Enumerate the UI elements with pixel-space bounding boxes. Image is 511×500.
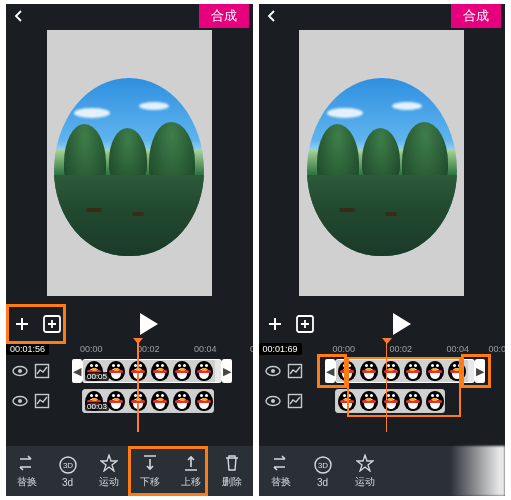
back-icon[interactable] (10, 7, 28, 25)
fade-overlay (450, 446, 505, 496)
back-icon[interactable] (263, 7, 281, 25)
clip-handle-left[interactable]: ◀ (72, 359, 82, 383)
keyframe-icon[interactable] (287, 363, 303, 379)
svg-point-5 (18, 399, 22, 403)
compose-button[interactable]: 合成 (451, 4, 501, 28)
clip-handle-right[interactable]: ▶ (475, 359, 485, 383)
tool-delete[interactable]: 删除 (214, 453, 250, 489)
visibility-icon[interactable] (265, 393, 281, 409)
track-row-1: ◀ 00:05 ▶ (6, 358, 253, 384)
bottom-toolbar: 替换 3D 3d 运动 下移 上移 删除 (6, 446, 253, 496)
visibility-icon[interactable] (12, 363, 28, 379)
canvas[interactable] (299, 30, 464, 296)
tool-move-down[interactable]: 下移 (132, 453, 168, 489)
clip-strip-2[interactable] (335, 389, 445, 413)
swap-icon (271, 453, 291, 473)
clip-strip-1[interactable]: 00:05 (82, 359, 222, 383)
clip-strip-1[interactable] (335, 359, 475, 383)
play-button[interactable] (385, 307, 419, 341)
masked-image (54, 66, 204, 261)
canvas[interactable] (47, 30, 212, 296)
svg-point-11 (271, 369, 275, 373)
tool-motion[interactable]: 运动 (347, 453, 383, 489)
tool-move-up[interactable]: 上移 (173, 453, 209, 489)
svg-point-14 (271, 399, 275, 403)
current-time-badge: 00:01:56 (6, 343, 49, 355)
tool-replace[interactable]: 替换 (9, 453, 45, 489)
editor-screen-left: 合成 (6, 4, 253, 496)
playhead[interactable] (137, 342, 139, 432)
star-icon (100, 453, 118, 473)
move-down-icon (142, 453, 158, 473)
move-up-icon (183, 453, 199, 473)
keyframe-icon[interactable] (34, 363, 50, 379)
trash-icon (224, 453, 240, 473)
svg-text:3D: 3D (317, 461, 327, 470)
tool-replace[interactable]: 替换 (263, 453, 299, 489)
add-track-plus-icon[interactable] (261, 310, 289, 338)
keyframe-icon[interactable] (34, 393, 50, 409)
clip-handle-right[interactable]: ▶ (222, 359, 232, 383)
clip-strip-2[interactable]: 00:03 (82, 389, 214, 413)
svg-text:3D: 3D (62, 461, 72, 470)
keyframe-icon[interactable] (287, 393, 303, 409)
add-media-icon[interactable] (291, 310, 319, 338)
visibility-icon[interactable] (265, 363, 281, 379)
tool-3d[interactable]: 3D 3d (305, 455, 341, 488)
tool-motion[interactable]: 运动 (91, 453, 127, 489)
add-media-icon[interactable] (38, 310, 66, 338)
masked-image (307, 66, 457, 261)
star-icon (356, 453, 374, 473)
tool-3d[interactable]: 3D 3d (50, 455, 86, 488)
playhead[interactable] (386, 342, 388, 432)
swap-icon (17, 453, 37, 473)
current-time-badge: 00:01:69 (259, 343, 302, 355)
add-track-plus-icon[interactable] (8, 310, 36, 338)
track-row-2: 00:03 (6, 388, 253, 414)
play-button[interactable] (132, 307, 166, 341)
3d-icon: 3D (58, 455, 78, 475)
track-row-2 (259, 388, 506, 414)
svg-point-2 (18, 369, 22, 373)
editor-screen-right: 合成 (259, 4, 506, 496)
3d-icon: 3D (313, 455, 333, 475)
clip-handle-left[interactable]: ◀ (325, 359, 335, 383)
compose-button[interactable]: 合成 (199, 4, 249, 28)
visibility-icon[interactable] (12, 393, 28, 409)
track-row-1: ◀ ▶ (259, 358, 506, 384)
